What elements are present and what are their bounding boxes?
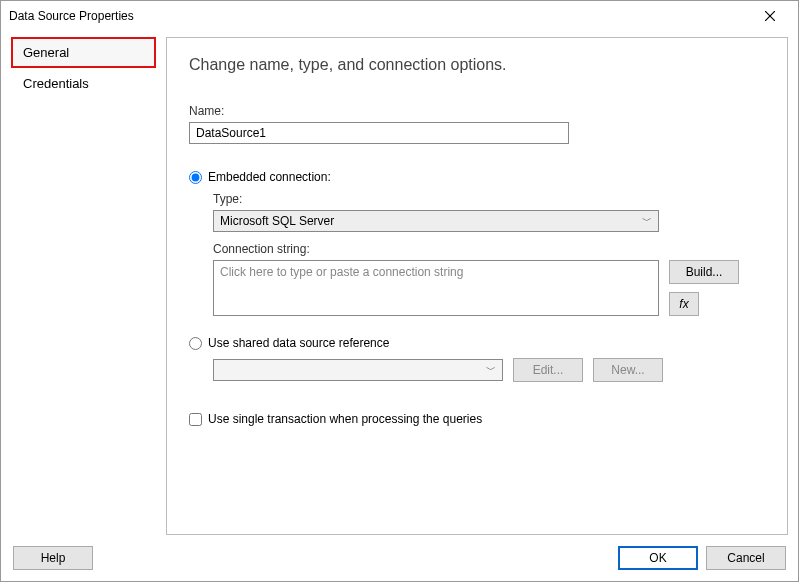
- shared-radio[interactable]: [189, 337, 202, 350]
- embedded-radio-row[interactable]: Embedded connection:: [189, 170, 765, 184]
- chevron-down-icon: ﹀: [642, 214, 652, 228]
- shared-radio-label: Use shared data source reference: [208, 336, 389, 350]
- cancel-button[interactable]: Cancel: [706, 546, 786, 570]
- dialog-footer: Help OK Cancel: [1, 535, 798, 581]
- embedded-radio[interactable]: [189, 171, 202, 184]
- main-panel: Change name, type, and connection option…: [166, 37, 788, 535]
- close-button[interactable]: [750, 2, 790, 30]
- embedded-section: Embedded connection: Type: Microsoft SQL…: [189, 170, 765, 316]
- type-select-value: Microsoft SQL Server: [220, 214, 334, 228]
- embedded-radio-label: Embedded connection:: [208, 170, 331, 184]
- dialog-body: General Credentials Change name, type, a…: [1, 31, 798, 535]
- name-label: Name:: [189, 104, 765, 118]
- type-select[interactable]: Microsoft SQL Server ﹀: [213, 210, 659, 232]
- chevron-down-icon: ﹀: [486, 363, 496, 377]
- dialog-window: Data Source Properties General Credentia…: [0, 0, 799, 582]
- window-title: Data Source Properties: [9, 9, 750, 23]
- titlebar: Data Source Properties: [1, 1, 798, 31]
- connection-string-buttons: Build... fx: [669, 260, 739, 316]
- shared-details: ﹀ Edit... New...: [213, 358, 765, 382]
- close-icon: [765, 11, 775, 21]
- shared-section: Use shared data source reference ﹀ Edit.…: [189, 336, 765, 382]
- sidebar-item-label: General: [23, 45, 69, 60]
- shared-select: ﹀: [213, 359, 503, 381]
- panel-heading: Change name, type, and connection option…: [189, 56, 765, 74]
- connection-string-row: Build... fx: [213, 260, 765, 316]
- sidebar-item-label: Credentials: [23, 76, 89, 91]
- single-transaction-row[interactable]: Use single transaction when processing t…: [189, 412, 765, 426]
- build-button[interactable]: Build...: [669, 260, 739, 284]
- edit-button: Edit...: [513, 358, 583, 382]
- type-label: Type:: [213, 192, 765, 206]
- embedded-details: Type: Microsoft SQL Server ﹀ Connection …: [213, 192, 765, 316]
- new-button: New...: [593, 358, 663, 382]
- shared-radio-row[interactable]: Use shared data source reference: [189, 336, 765, 350]
- name-field-group: Name:: [189, 104, 765, 144]
- single-transaction-label: Use single transaction when processing t…: [208, 412, 482, 426]
- connection-string-label: Connection string:: [213, 242, 765, 256]
- name-input[interactable]: [189, 122, 569, 144]
- connection-string-input[interactable]: [213, 260, 659, 316]
- fx-button[interactable]: fx: [669, 292, 699, 316]
- single-transaction-checkbox[interactable]: [189, 413, 202, 426]
- ok-button[interactable]: OK: [618, 546, 698, 570]
- sidebar-item-credentials[interactable]: Credentials: [11, 68, 156, 99]
- help-button[interactable]: Help: [13, 546, 93, 570]
- sidebar-item-general[interactable]: General: [11, 37, 156, 68]
- sidebar: General Credentials: [11, 37, 156, 535]
